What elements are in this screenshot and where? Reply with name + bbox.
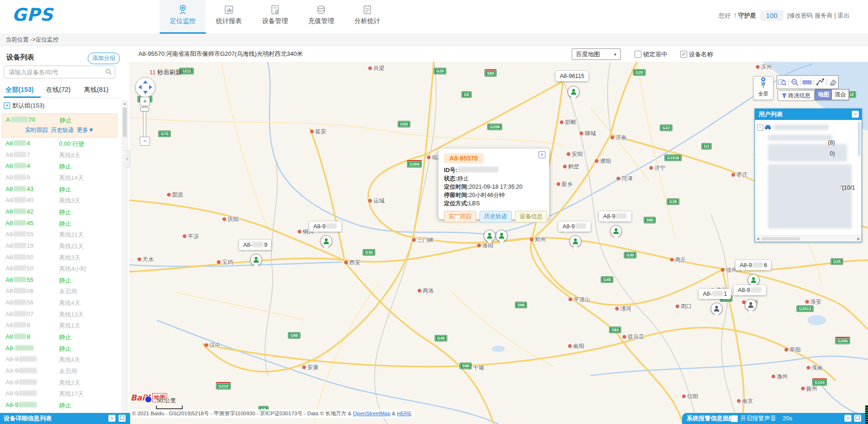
device-map-label[interactable]: A8-9	[558, 221, 591, 232]
tree-expander-icon[interactable]: −	[757, 125, 763, 131]
panorama-control[interactable]: 全景	[753, 76, 773, 100]
change-password-link[interactable]: 修改密码	[789, 12, 813, 19]
device-map-label[interactable]: A8-9	[239, 240, 271, 250]
hscroll-left-icon[interactable]: ◀	[756, 237, 759, 241]
device-name-checkbox[interactable]: ✓	[680, 51, 687, 58]
device-list-item[interactable]: A8-9未启用	[6, 366, 116, 377]
user-list-vscroll-thumb[interactable]	[858, 122, 861, 156]
device-list-item[interactable]: A840离线3天	[6, 195, 116, 206]
device-map-label[interactable]: A8-9	[599, 211, 631, 221]
logout-link[interactable]: 退出	[838, 12, 850, 19]
minimize-icon[interactable]: −	[852, 111, 859, 118]
device-list-item[interactable]: A89离线14天	[6, 173, 116, 184]
zoom-slider-thumb[interactable]	[140, 107, 149, 112]
device-group-row[interactable]: ▼ 默认组(153)	[4, 102, 44, 110]
device-tab-0[interactable]: 全部(153)	[6, 83, 34, 96]
popup-button-历史轨迹[interactable]: 历史轨迹	[479, 211, 512, 222]
provider-link[interactable]: 服务商	[814, 12, 832, 19]
minimize-icon[interactable]: −	[108, 415, 115, 422]
device-marker[interactable]	[745, 299, 758, 316]
device-list-item[interactable]: A850离线3天	[6, 252, 116, 263]
device-list-item[interactable]: A88静止	[6, 332, 116, 343]
device-marker[interactable]	[711, 303, 724, 319]
sidebar-collapse-handle[interactable]: ‹	[125, 150, 130, 168]
device-list-item[interactable]: A8-9静止	[6, 400, 116, 411]
hscroll-thumb[interactable]	[761, 237, 800, 240]
device-map-label[interactable]: A8-9	[734, 285, 766, 295]
scrollbar-thumb[interactable]	[123, 107, 127, 137]
nav-tab-统计报表[interactable]: 统计报表	[206, 0, 252, 34]
scrollbar-up-icon[interactable]: ▲	[122, 101, 127, 107]
device-list-item[interactable]: A87离线8天	[6, 150, 116, 161]
device-search-input[interactable]	[8, 66, 106, 78]
device-tab-2[interactable]: 离线(81)	[84, 83, 108, 96]
device-marker[interactable]	[610, 225, 623, 242]
user-list-hscrollbar[interactable]: ◀ ▶	[755, 235, 862, 242]
selected-device-action-1[interactable]: 历史轨迹	[51, 127, 74, 133]
pan-up-icon[interactable]	[143, 80, 148, 84]
device-list-item[interactable]: A8-9离线2天	[6, 377, 116, 388]
map-pan-control[interactable]	[135, 77, 156, 97]
zoom-out-button[interactable]: −	[140, 137, 150, 146]
device-list-scrollbar[interactable]: ▲	[122, 101, 128, 424]
group-toggle-icon[interactable]: ▼	[4, 102, 10, 109]
device-marker[interactable]	[568, 86, 581, 102]
minimize-icon[interactable]: −	[844, 415, 851, 422]
map-canvas[interactable]: 吕梁滨州东营延安临汾邯郸聊城济南安阳鹤壁濮阳新乡菏泽济宁枣庄徐州淮北宿州商丘三门…	[129, 62, 868, 424]
device-list-item[interactable]: A819离线21天	[6, 241, 116, 252]
zoom-in-button[interactable]: +	[140, 97, 150, 106]
add-group-button[interactable]: 添加分组	[88, 53, 120, 64]
device-list-item[interactable]: A845静止	[6, 218, 116, 229]
nav-tab-定位监控[interactable]: 定位监控	[160, 0, 206, 34]
zoom-area-icon[interactable]	[778, 78, 786, 86]
device-list-item[interactable]: A855静止	[6, 275, 116, 286]
device-marker[interactable]	[320, 235, 333, 252]
selected-device-action-0[interactable]: 实时跟踪	[25, 127, 48, 133]
popup-button-实时跟踪[interactable]: 实时跟踪	[444, 211, 476, 222]
device-tab-1[interactable]: 在线(72)	[46, 83, 71, 96]
device-map-label[interactable]: A8-9	[309, 221, 341, 232]
pan-right-icon[interactable]	[149, 85, 152, 90]
pan-down-icon[interactable]	[143, 91, 148, 94]
device-list-item[interactable]: A88离线1天	[6, 320, 116, 331]
maptype-hybrid-tab[interactable]: 混合	[832, 90, 849, 100]
device-marker[interactable]	[569, 235, 582, 252]
selected-device-row[interactable]: A70 静止 实时跟踪历史轨迹更多▼	[2, 113, 117, 137]
selected-device-action-2[interactable]: 更多▼	[77, 127, 94, 133]
device-list-item[interactable]: A8-静止	[6, 343, 116, 354]
device-list-item[interactable]: A843静止	[6, 184, 116, 195]
device-marker[interactable]	[496, 230, 509, 246]
popup-button-设备信息[interactable]: 设备信息	[515, 211, 547, 222]
hscroll-right-icon[interactable]: ▶	[857, 237, 860, 241]
traffic-info-button[interactable]: 路况信息	[778, 90, 814, 101]
nav-tab-设备管理[interactable]: 设备管理	[252, 0, 298, 34]
device-map-label[interactable]: A8-1	[699, 289, 731, 299]
device-list-item[interactable]: A840.00 行驶	[6, 138, 116, 149]
device-map-label[interactable]: A8-96	[736, 260, 771, 270]
nav-tab-分析统计[interactable]: 分析统计	[344, 0, 390, 34]
zoom-out-area-icon[interactable]	[791, 78, 798, 86]
restore-icon[interactable]	[119, 415, 126, 422]
restore-icon[interactable]	[854, 415, 861, 422]
osm-link[interactable]: OpenStreetMap	[353, 411, 390, 416]
nav-tab-充值管理[interactable]: 充值管理	[298, 0, 344, 34]
pan-left-icon[interactable]	[138, 85, 142, 90]
device-list-item[interactable]: A84静止	[6, 161, 116, 172]
close-icon[interactable]: ×	[539, 151, 545, 158]
device-list-item[interactable]: A8-9离线4天	[6, 354, 116, 365]
alarm-sound-checkbox[interactable]	[731, 415, 738, 422]
device-list-item[interactable]: A806未启用	[6, 286, 116, 297]
device-marker[interactable]	[250, 254, 263, 270]
device-map-label[interactable]: A8-96115	[556, 71, 588, 81]
device-list-item[interactable]: A850离线4小时	[6, 263, 116, 275]
maptype-map-tab[interactable]: 地图	[815, 90, 832, 100]
measure-icon[interactable]	[816, 78, 824, 86]
device-marker[interactable]	[484, 230, 497, 246]
device-list-item[interactable]: A856离线4天	[6, 298, 116, 309]
here-link[interactable]: HERE	[397, 411, 412, 416]
device-list-item[interactable]: A842静止	[6, 207, 116, 218]
ruler-icon[interactable]	[802, 79, 812, 85]
device-list-item[interactable]: A8-9离线17天	[6, 388, 116, 400]
eraser-icon[interactable]	[829, 79, 837, 85]
device-list-item[interactable]: A855离线21天	[6, 229, 116, 240]
